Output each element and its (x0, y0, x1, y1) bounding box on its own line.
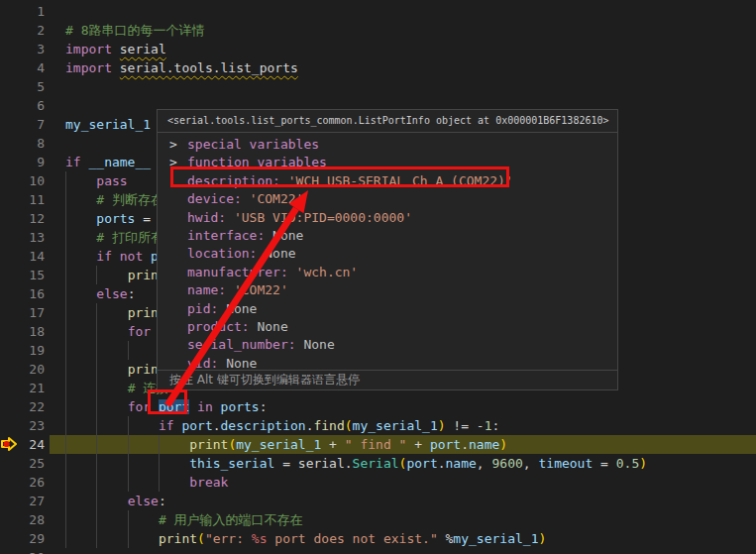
code-text: if __name__ (65, 153, 151, 171)
code-token: ) (438, 418, 446, 433)
line-number[interactable]: 26 (0, 473, 45, 492)
variable-key: hwid: (187, 210, 234, 225)
line-number[interactable]: 21 (0, 379, 45, 397)
code-line-1[interactable]: 1 (0, 2, 756, 21)
code-text: # 判断存在 (65, 190, 163, 209)
line-number[interactable]: 8 (0, 134, 45, 153)
code-token: = (135, 211, 158, 226)
variable-value: None (265, 246, 295, 261)
tooltip-entry-text: name: 'COM22' (187, 280, 288, 298)
line-number[interactable]: 6 (0, 96, 45, 115)
tooltip-expand-row[interactable]: >special variables (158, 135, 617, 153)
tooltip-entry-location: location: None (158, 244, 617, 262)
line-number[interactable]: 2 (0, 21, 45, 40)
line-number[interactable]: 10 (0, 171, 45, 190)
code-text: prin (65, 266, 159, 284)
code-token: port (430, 437, 461, 452)
code-line-26[interactable]: 26 break (0, 473, 756, 492)
code-token: serial (298, 456, 345, 471)
tooltip-entry-device: device: 'COM22' (158, 189, 617, 207)
line-number[interactable]: 27 (0, 492, 45, 510)
code-token: ) (639, 456, 647, 471)
line-number[interactable]: 17 (0, 303, 45, 322)
code-token: name (446, 456, 477, 471)
line-number[interactable]: 9 (0, 153, 45, 171)
tooltip-entry-interface: interface: None (158, 226, 617, 244)
code-line-30[interactable]: 30 (0, 548, 756, 554)
code-token (65, 399, 128, 414)
line-number[interactable]: 22 (0, 397, 45, 416)
line-number[interactable]: 30 (0, 548, 45, 554)
variable-key: name: (187, 282, 234, 297)
line-number[interactable]: 18 (0, 322, 45, 341)
tooltip-object-header: <serial.tools.list_ports_common.ListPort… (158, 110, 617, 133)
code-token: if (159, 418, 174, 433)
line-number[interactable]: 19 (0, 341, 45, 360)
line-number[interactable]: 14 (0, 247, 45, 266)
code-token: prin (128, 305, 159, 320)
chevron-right-icon: > (169, 135, 177, 153)
code-token: timeout (538, 456, 593, 471)
code-line-3[interactable]: 3import serial (0, 40, 756, 58)
line-number[interactable]: 1 (0, 2, 45, 21)
line-number[interactable]: 13 (0, 228, 45, 247)
line-number[interactable]: 20 (0, 360, 45, 379)
code-line-27[interactable]: 27 else: (0, 492, 756, 510)
tooltip-entry-manufacturer: manufacturer: 'wch.cn' (158, 263, 617, 280)
line-number[interactable]: 25 (0, 454, 45, 473)
code-line-25[interactable]: 25 this_serial = serial.Serial(port.name… (0, 454, 756, 473)
code-token: my_serial_1 (453, 531, 538, 546)
code-line-22[interactable]: 22 for port in ports: (0, 397, 756, 416)
line-number[interactable]: 11 (0, 190, 45, 209)
code-token (65, 475, 189, 490)
code-token: for (128, 324, 151, 339)
code-token (65, 362, 128, 377)
line-number[interactable]: 28 (0, 510, 45, 529)
line-number[interactable]: 12 (0, 209, 45, 228)
line-number[interactable]: 23 (0, 416, 45, 435)
code-token: # 用户输入的端口不存在 (159, 512, 303, 527)
code-token: . (213, 418, 221, 433)
line-number[interactable]: 29 (0, 529, 45, 548)
code-token: 1 (485, 418, 492, 433)
code-line-23[interactable]: 23 if port.description.find(my_serial_1)… (0, 416, 756, 435)
code-token: = (274, 456, 297, 471)
code-token: break (189, 475, 228, 490)
code-line-24[interactable]: 24 print(my_serial_1 + " find " + port.n… (0, 435, 756, 454)
line-number[interactable]: 7 (0, 115, 45, 134)
tooltip-entry-text: hwid: 'USB VID:PID=0000:0000' (187, 208, 412, 226)
code-token: : (260, 399, 268, 414)
line-number[interactable]: 3 (0, 40, 45, 58)
code-token: . (345, 456, 353, 471)
code-token: "err: (205, 531, 252, 546)
code-token (65, 531, 159, 546)
code-token: else (96, 286, 127, 301)
line-number[interactable]: 5 (0, 77, 45, 96)
code-token (65, 456, 189, 471)
line-number[interactable]: 15 (0, 266, 45, 284)
code-token: . (461, 437, 469, 452)
code-text: my_serial_1 (65, 115, 151, 134)
line-number[interactable]: 4 (0, 58, 45, 77)
code-token: # 判断存在 (96, 192, 163, 207)
variable-key: pid: (187, 301, 226, 316)
code-token: ( (345, 418, 353, 433)
code-line-2[interactable]: 2# 8路串口的每一个详情 (0, 21, 756, 40)
code-line-29[interactable]: 29 print("err: %s port does not exist." … (0, 529, 756, 548)
code-token (189, 399, 197, 414)
debug-breakpoint-arrow-icon[interactable] (1, 436, 17, 452)
code-line-5[interactable]: 5 (0, 77, 756, 96)
code-line-28[interactable]: 28 # 用户输入的端口不存在 (0, 510, 756, 529)
code-token (65, 173, 96, 188)
code-token: in (197, 399, 213, 414)
code-text: print(my_serial_1 + " find " + port.name… (65, 435, 507, 454)
code-token: prin (128, 362, 159, 377)
line-number[interactable]: 16 (0, 284, 45, 303)
code-token (112, 42, 120, 56)
tooltip-entry-product: product: None (158, 317, 617, 335)
code-token (65, 211, 96, 226)
variable-key: product: (187, 319, 257, 334)
code-token: %s (252, 531, 268, 546)
variable-key: manufacturer: (187, 265, 296, 279)
code-line-4[interactable]: 4import serial.tools.list_ports (0, 58, 756, 77)
